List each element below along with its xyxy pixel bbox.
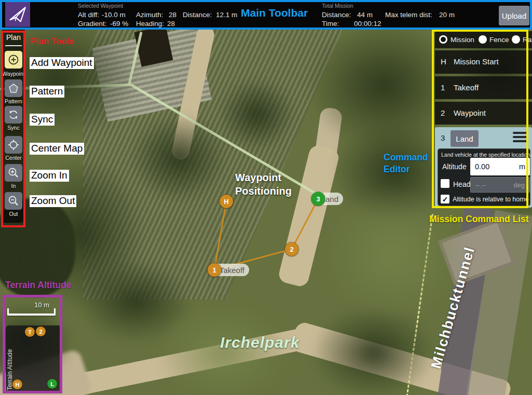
add-waypoint-button[interactable] [5,51,22,69]
selected-waypoint-title: Selected Waypoint [78,3,123,9]
annotation-main-toolbar: Main Toolbar [241,7,308,19]
annotation-terrain-altitude: Terrain Altitude [5,280,71,291]
zoom-in-icon [7,167,20,179]
center-map-button[interactable] [5,136,22,154]
gradient-value: -69 % [110,20,128,28]
annotation-pattern: Pattern [30,86,64,98]
add-waypoint-icon [7,53,20,66]
waypoint-marker-1[interactable]: 1 [208,263,221,277]
item-index: 3 [441,133,445,142]
annotation-add-waypoint: Add Waypoint [30,57,94,69]
plan-toolbar: Plan Waypoint Pattern Sync Center In Out [2,30,25,223]
map-scale-label: 10 m [34,301,49,309]
app-logo[interactable] [5,2,30,27]
mission-item-home[interactable]: H Mission Start [435,50,532,74]
altitude-relative-label: Altitude is relative to home [453,196,529,203]
distance-value: 12.1 m [216,11,237,19]
center-map-icon [7,139,20,151]
plan-title: Plan [2,33,25,42]
alt-diff-value: -10.0 m [102,11,126,19]
terrain-marker-2: 2 [36,326,46,336]
hamburger-menu-icon[interactable] [513,132,528,144]
total-mission-title: Total Mission [322,3,353,9]
waypoint-marker-home[interactable]: H [220,195,233,208]
zoom-in-button[interactable] [5,164,22,182]
terrain-marker-takeoff: T [25,327,35,337]
altitude-input[interactable]: 0.00 m [470,158,530,175]
waypoint-marker-2[interactable]: 2 [285,242,298,256]
mission-item-waypoint[interactable]: 2 Waypoint [435,102,532,125]
mission-item-land-selected[interactable]: 3 Land Land vehicle at the specified loc… [435,127,532,208]
zoom-out-button[interactable] [5,192,22,210]
mission-type-tabs: Mission Fence Rally [435,31,532,48]
radio-rally[interactable] [512,35,520,44]
heading-checkbox[interactable] [441,179,449,188]
radio-mission[interactable] [439,35,447,44]
annotation-center-map: Center Map [30,143,84,155]
upload-button[interactable]: Upload [499,6,529,25]
annotation-zoom-in: Zoom In [30,170,69,182]
command-editor: Land vehicle at the specified location. … [438,148,530,206]
max-telem-value: 20 m [439,11,455,19]
command-type-button[interactable]: Land [451,130,479,147]
mission-item-takeoff[interactable]: 1 Takeoff [435,76,532,99]
divider [5,45,22,46]
paper-plane-icon [8,5,27,24]
annotation-waypoint-positioning: Waypoint Positioning [235,171,292,198]
annotation-command-editor: Command Editor [384,152,428,175]
heading-value: 28 [167,20,175,28]
heading-unit: deg [513,181,525,189]
tab-mission[interactable]: Mission [451,36,474,44]
annotation-zoom-out: Zoom Out [30,195,76,207]
sync-button[interactable] [5,106,22,124]
map-scale-bar [7,314,56,316]
altitude-unit: m [519,162,525,171]
azimuth-value: 28 [169,11,176,19]
mission-time-value: 00:00:12 [354,20,381,28]
terrain-marker-land: L [47,379,57,389]
annotation-sync: Sync [30,114,54,126]
waypoint-marker-3[interactable]: 3 [311,192,325,206]
annotation-plan-tools: Plan Tools [30,36,74,47]
terrain-marker-home: H [12,379,22,389]
radio-fence[interactable] [479,35,487,44]
pattern-icon [7,82,20,94]
zoom-out-icon [7,195,20,207]
heading-input[interactable]: --.-- deg [470,177,530,193]
command-description: Land vehicle at the specified location. [441,152,532,158]
checkmark-icon: ✓ [442,195,448,203]
pattern-button[interactable] [5,79,22,97]
tab-rally[interactable]: Rally [523,36,532,44]
mission-distance-value: 44 m [357,11,373,19]
altitude-label: Altitude [442,162,467,171]
sync-icon [7,108,20,121]
annotation-mission-command-list: Mission Command List [429,214,529,225]
altitude-relative-checkbox[interactable]: ✓ [441,195,449,203]
tab-fence[interactable]: Fence [489,36,509,44]
